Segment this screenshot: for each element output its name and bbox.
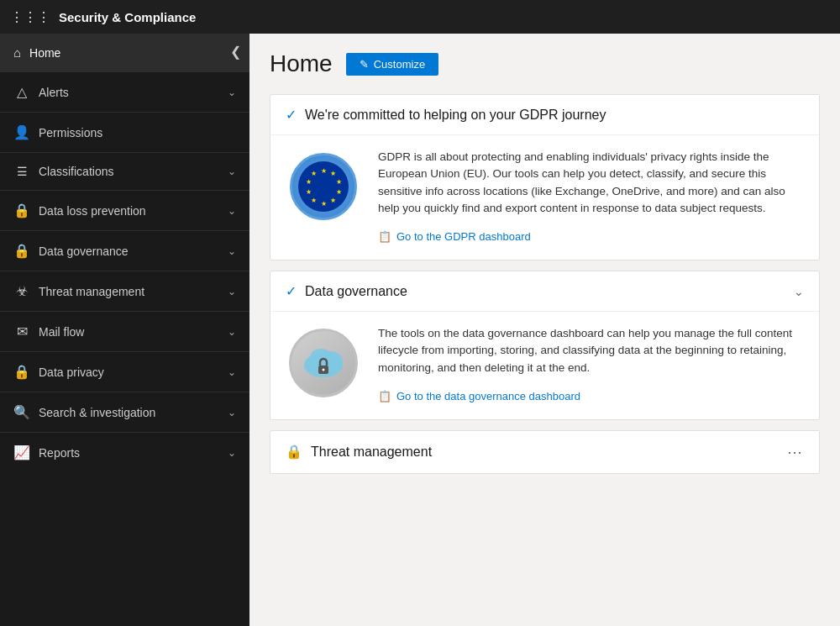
- sidebar-item-home[interactable]: ⌂ Home: [0, 34, 249, 71]
- cloud-lock-icon-wrap: [286, 325, 361, 401]
- sidebar-item-threat-management[interactable]: ☣ Threat management ⌄: [0, 271, 249, 311]
- sidebar-item-mail-label: Mail flow: [39, 325, 84, 339]
- edit-icon: ✎: [360, 58, 369, 71]
- gdpr-icon-wrap: ★ ★ ★ ★ ★ ★ ★ ★ ★ ★: [286, 149, 361, 224]
- chevron-down-icon: ⌄: [228, 245, 236, 257]
- gdpr-card: ✓ We're committed to helping on your GDP…: [270, 94, 820, 260]
- customize-button[interactable]: ✎ Customize: [346, 53, 438, 76]
- chevron-down-icon: ⌄: [228, 205, 236, 217]
- svg-text:★: ★: [311, 197, 317, 204]
- sidebar-item-data-loss-prevention[interactable]: 🔒 Data loss prevention ⌄: [0, 190, 249, 230]
- data-governance-icon: 🔒: [13, 243, 30, 259]
- sidebar: ❮ ⌂ Home △ Alerts ⌄ 👤 Permissions ☰ Cla: [0, 34, 249, 626]
- page-title: Home: [270, 50, 333, 77]
- link-icon: 📋: [378, 230, 391, 243]
- sidebar-collapse-button[interactable]: ❮: [230, 44, 241, 60]
- link-icon: 📋: [378, 390, 391, 402]
- home-icon: ⌂: [13, 45, 21, 60]
- mail-icon: ✉: [13, 324, 30, 339]
- chevron-down-icon: ⌄: [228, 286, 236, 297]
- sidebar-item-data-governance-label: Data governance: [39, 245, 129, 258]
- privacy-icon: 🔒: [13, 364, 30, 380]
- check-icon: ✓: [286, 107, 297, 123]
- data-governance-card-body: The tools on the data governance dashboa…: [270, 311, 819, 419]
- sidebar-item-permissions-label: Permissions: [39, 126, 102, 139]
- svg-text:★: ★: [330, 197, 336, 204]
- page-header: Home ✎ Customize: [270, 50, 820, 77]
- sidebar-item-reports-label: Reports: [39, 446, 80, 460]
- svg-text:★: ★: [336, 188, 342, 196]
- data-governance-card-header[interactable]: ✓ Data governance ⌄: [270, 271, 819, 311]
- main-layout: ❮ ⌂ Home △ Alerts ⌄ 👤 Permissions ☰ Cla: [0, 34, 840, 626]
- data-governance-body-text: The tools on the data governance dashboa…: [378, 325, 804, 376]
- gdpr-dashboard-link[interactable]: 📋 Go to the GDPR dashboard: [378, 230, 804, 243]
- check-icon: ✓: [286, 283, 297, 299]
- more-options-icon[interactable]: ⋯: [787, 443, 804, 461]
- permissions-icon: 👤: [13, 124, 30, 140]
- gdpr-card-header[interactable]: ✓ We're committed to helping on your GDP…: [270, 95, 819, 134]
- data-governance-dashboard-link[interactable]: 📋 Go to the data governance dashboard: [378, 390, 804, 402]
- classifications-icon: ☰: [13, 165, 30, 178]
- chevron-down-icon: ⌄: [228, 166, 236, 177]
- svg-text:★: ★: [311, 170, 317, 177]
- threat-management-card: 🔒 Threat management ⋯: [270, 430, 820, 474]
- sidebar-item-classifications-label: Classifications: [39, 165, 113, 178]
- sidebar-item-mail-flow[interactable]: ✉ Mail flow ⌄: [0, 311, 249, 351]
- sidebar-item-threat-label: Threat management: [39, 285, 144, 298]
- chevron-down-icon: ⌄: [228, 326, 236, 338]
- chevron-down-icon: ⌄: [228, 366, 236, 378]
- cloud-lock-circle: [289, 329, 358, 397]
- chevron-down-icon: ⌄: [228, 407, 236, 418]
- sidebar-item-home-label: Home: [29, 46, 60, 60]
- gdpr-card-title: We're committed to helping on your GDPR …: [305, 108, 606, 123]
- data-governance-card: ✓ Data governance ⌄: [270, 271, 820, 420]
- sidebar-item-alerts[interactable]: △ Alerts ⌄: [0, 71, 249, 112]
- data-governance-card-title: Data governance: [305, 284, 407, 299]
- app-title: Security & Compliance: [59, 10, 196, 24]
- cloud-lock-svg: [299, 342, 348, 384]
- svg-text:★: ★: [306, 178, 312, 186]
- search-icon: 🔍: [13, 404, 30, 420]
- gdpr-card-body: ★ ★ ★ ★ ★ ★ ★ ★ ★ ★: [270, 134, 819, 260]
- reports-icon: 📈: [13, 445, 30, 460]
- sidebar-item-reports[interactable]: 📈 Reports ⌄: [0, 432, 249, 472]
- sidebar-item-data-governance[interactable]: 🔒 Data governance ⌄: [0, 230, 249, 271]
- threat-icon: ☣: [13, 283, 30, 299]
- chevron-down-icon: ⌄: [228, 87, 236, 98]
- gdpr-body-text: GDPR is all about protecting and enablin…: [378, 149, 804, 217]
- alert-icon: △: [13, 84, 30, 100]
- sidebar-item-search-investigation[interactable]: 🔍 Search & investigation ⌄: [0, 392, 249, 432]
- svg-text:★: ★: [321, 200, 327, 208]
- threat-management-card-header[interactable]: 🔒 Threat management ⋯: [270, 431, 819, 473]
- sidebar-item-data-privacy[interactable]: 🔒 Data privacy ⌄: [0, 351, 249, 392]
- content-area: Home ✎ Customize ✓ We're committed to he…: [249, 34, 840, 626]
- lock-icon: 🔒: [286, 444, 302, 460]
- sidebar-item-search-label: Search & investigation: [39, 406, 155, 419]
- chevron-down-icon: ⌄: [228, 447, 236, 459]
- topbar: ⋮⋮⋮ Security & Compliance: [0, 0, 840, 34]
- eu-stars-svg: ★ ★ ★ ★ ★ ★ ★ ★ ★ ★: [301, 164, 346, 209]
- sidebar-item-privacy-label: Data privacy: [39, 366, 104, 379]
- sidebar-item-alerts-label: Alerts: [39, 86, 69, 99]
- svg-text:★: ★: [330, 170, 336, 177]
- svg-text:★: ★: [336, 178, 342, 186]
- svg-point-16: [323, 369, 325, 371]
- threat-management-card-title: Threat management: [311, 445, 432, 460]
- sidebar-item-classifications[interactable]: ☰ Classifications ⌄: [0, 152, 249, 190]
- grid-icon: ⋮⋮⋮: [10, 9, 50, 25]
- sidebar-item-permissions[interactable]: 👤 Permissions: [0, 112, 249, 152]
- sidebar-item-dlp-label: Data loss prevention: [39, 204, 146, 218]
- svg-text:★: ★: [306, 188, 312, 196]
- dlp-icon: 🔒: [13, 203, 30, 218]
- chevron-down-icon: ⌄: [794, 285, 804, 298]
- eu-flag-icon: ★ ★ ★ ★ ★ ★ ★ ★ ★ ★: [290, 153, 357, 220]
- customize-label: Customize: [374, 58, 425, 71]
- svg-text:★: ★: [321, 167, 327, 175]
